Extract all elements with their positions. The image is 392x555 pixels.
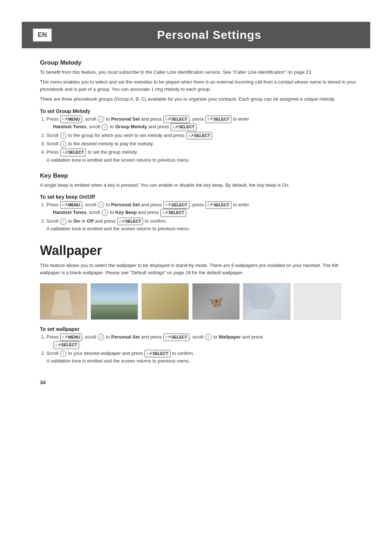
set-wallpaper-heading: To set wallpaper xyxy=(40,326,359,332)
menu-button-wp: ⌐↗MENU xyxy=(60,333,82,341)
list-item: Scroll ↕ to your desired wallpaper and p… xyxy=(46,350,359,365)
wallpaper-image-2 xyxy=(91,283,138,320)
select-button-kb1: ⌐↗SELECT xyxy=(163,201,189,209)
select-button-wp1: ⌐↗SELECT xyxy=(163,333,189,341)
select-button-kb2: ⌐↗SELECT xyxy=(205,201,231,209)
scroll-icon-wp3: ↕ xyxy=(60,351,66,357)
group-melody-steps: Press ⌐↗MENU, scroll ↕ to Personal Set a… xyxy=(46,116,359,164)
wallpaper-para1: This feature allows you to select the wa… xyxy=(40,262,359,276)
select-button-kb4: ⌐↗SELECT xyxy=(117,218,143,226)
wallpaper-steps: Press ⌐↗MENU, scroll ↕ to Personal Set a… xyxy=(46,333,359,365)
menu-button-kb: ⌐↗MENU xyxy=(60,201,82,209)
scroll-icon: ↕ xyxy=(98,116,104,122)
scroll-icon-wp1: ↕ xyxy=(98,334,104,340)
scroll-icon-2: ↕ xyxy=(102,124,108,130)
scroll-icon-3: ↕ xyxy=(60,133,66,139)
scroll-icon-wp2: ↕ xyxy=(205,334,212,340)
page-number: 34 xyxy=(40,380,359,385)
select-button-2: ⌐↗SELECT xyxy=(205,116,231,123)
group-melody-para1: To benefit from this feature, you must s… xyxy=(40,69,359,76)
select-button-5: ⌐↗SELECT xyxy=(60,149,86,157)
select-button-wp2: ⌐↗SELECT xyxy=(53,341,79,349)
scroll-icon-kb1: ↕ xyxy=(98,202,104,208)
page-content: Group Melody To benefit from this featur… xyxy=(40,59,359,385)
select-button-kb3: ⌐↗SELECT xyxy=(160,209,186,217)
wallpaper-heading: Wallpaper xyxy=(40,243,359,258)
list-item: Press ⌐↗MENU, scroll ↕ to Personal Set a… xyxy=(46,333,359,349)
list-item: Press ⌐↗SELECT to set the group melody. … xyxy=(46,149,359,164)
menu-button: ⌐↗MENU xyxy=(60,116,82,123)
wallpaper-image-3 xyxy=(142,283,189,320)
group-melody-para2: This menu enables you to select and set … xyxy=(40,78,359,93)
select-button-wp3: ⌐↗SELECT xyxy=(144,350,170,358)
select-button-4: ⌐↗SELECT xyxy=(186,132,212,140)
group-melody-heading: Group Melody xyxy=(40,59,359,66)
wallpaper-image-6 xyxy=(294,283,341,320)
page-title: Personal Settings xyxy=(59,28,359,42)
scroll-icon-kb3: ↕ xyxy=(60,218,66,225)
set-key-beep-heading: To set key beep On/Off xyxy=(40,194,359,200)
wallpaper-image-1 xyxy=(40,283,87,320)
wallpaper-section: Wallpaper This feature allows you to sel… xyxy=(40,243,359,365)
select-button: ⌐↗SELECT xyxy=(163,116,189,123)
list-item: Scroll ↕ to On or Off and press ⌐↗SELECT… xyxy=(46,218,359,233)
set-group-melody-heading: To set Group Melody xyxy=(40,108,359,114)
group-melody-para3: There are three phonebook groups (Group … xyxy=(40,96,359,103)
list-item: Press ⌐↗MENU, scroll ↕ to Personal Set a… xyxy=(46,116,359,131)
wallpaper-image-5 xyxy=(243,283,290,320)
wallpaper-image-4 xyxy=(192,283,240,320)
list-item: Scroll ↕ to the group for which you wish… xyxy=(46,132,359,140)
list-item: Press ⌐↗MENU, scroll ↕ to Personal Set a… xyxy=(46,201,359,217)
scroll-icon-kb2: ↕ xyxy=(102,210,108,216)
list-item: Scroll ↕ to the desired melody to play t… xyxy=(46,140,359,148)
page-header: EN Personal Settings xyxy=(22,22,370,48)
key-beep-para1: A single beep is emitted when a key is p… xyxy=(40,182,359,189)
wallpaper-images xyxy=(40,283,359,320)
select-button-3: ⌐↗SELECT xyxy=(171,123,196,131)
language-code: EN xyxy=(33,28,52,42)
key-beep-steps: Press ⌐↗MENU, scroll ↕ to Personal Set a… xyxy=(46,201,359,233)
key-beep-heading: Key Beep xyxy=(40,172,359,179)
scroll-icon-4: ↕ xyxy=(60,141,66,147)
